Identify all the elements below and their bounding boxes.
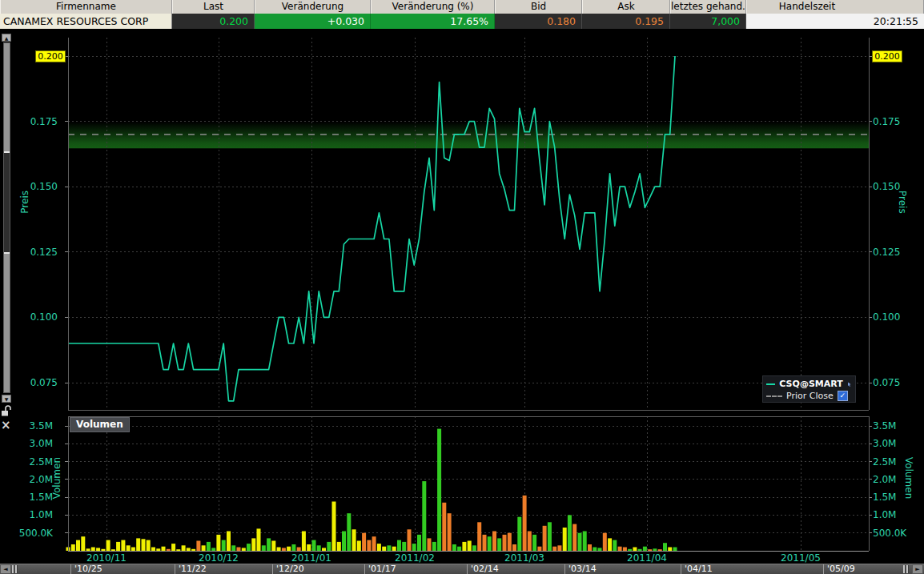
scrollbar-date-label: '04/11 xyxy=(681,564,713,574)
column-header-veraenderung-pct[interactable]: Veränderung (%) xyxy=(371,0,495,14)
last-traded-size-cell: 7,000 xyxy=(670,14,746,29)
x-axis-month-label: 2010/11 xyxy=(86,552,127,564)
time-scrollbar[interactable]: ◄ ► '10/25'11/22'12/20'01/17'02/14'03/14… xyxy=(0,564,924,574)
price-tick-label: 0.125 xyxy=(873,247,914,258)
zoom-slider-up-button[interactable]: ▲ xyxy=(2,34,11,42)
column-header-firmenname[interactable]: Firmenname xyxy=(0,0,172,14)
close-chart-icon[interactable]: × xyxy=(1,419,14,432)
volume-tick-label: 1.0M xyxy=(13,509,53,520)
x-axis-month-label: 2011/03 xyxy=(504,552,544,564)
scrollbar-grip[interactable] xyxy=(12,565,14,573)
scroll-left-button[interactable]: ◄ xyxy=(0,564,11,574)
scrollbar-date-label: '03/14 xyxy=(564,564,597,574)
prior-close-checkbox[interactable]: ✓ xyxy=(838,391,848,401)
volume-tick-label: 500.0K xyxy=(13,528,53,539)
price-tick-label: 0.075 xyxy=(873,377,914,388)
column-header-bid[interactable]: Bid xyxy=(495,0,582,14)
price-tick-label: 0.075 xyxy=(22,377,58,388)
scrollbar-grip[interactable] xyxy=(903,565,906,573)
column-header-handelszeit[interactable]: Handelszeit xyxy=(746,0,924,14)
series-line-swatch xyxy=(766,383,775,385)
last-price-cell: 0.200 xyxy=(172,14,255,29)
scrollbar-grip[interactable] xyxy=(15,565,18,573)
volume-panel-title[interactable]: Volumen xyxy=(70,417,130,432)
legend-prior-close-label: Prior Close xyxy=(786,391,834,401)
trade-time-cell: 20:21:55 xyxy=(746,14,924,29)
scrollbar-date-label: '12/20 xyxy=(272,564,304,574)
quote-header-row: Firmenname Last Veränderung Veränderung … xyxy=(0,0,924,14)
scrollbar-date-label: '01/17 xyxy=(364,564,396,574)
price-tick-label: 0.175 xyxy=(873,116,914,127)
x-axis-month-label: 2011/02 xyxy=(395,552,435,564)
zoom-slider-down-button[interactable]: ▼ xyxy=(2,395,11,403)
volume-tick-label: 1.0M xyxy=(873,509,914,520)
legend-prior-close-row[interactable]: Prior Close ✓ xyxy=(766,390,852,402)
last-price-tag-left: 0.200 xyxy=(35,50,66,62)
legend-series-row[interactable]: CSQ@SMART xyxy=(766,378,852,390)
column-header-ask[interactable]: Ask xyxy=(582,0,670,14)
trading-app-window: Firmenname Last Veränderung Veränderung … xyxy=(0,0,924,574)
left-arrow-icon: ◄ xyxy=(3,566,7,572)
price-tick-label: 0.100 xyxy=(22,311,58,323)
zoom-slider-track[interactable] xyxy=(3,42,10,393)
price-tick-label: 0.150 xyxy=(22,181,58,192)
down-arrow-icon: ▼ xyxy=(5,396,9,402)
price-axis-title-left: Preis xyxy=(19,191,30,214)
scrollbar-date-label: '11/22 xyxy=(175,564,207,574)
chart-legend[interactable]: CSQ@SMART Prior Close ✓ xyxy=(762,375,856,403)
chart-zoom-strip: ▲ ▼ × xyxy=(1,34,13,434)
quote-value-row[interactable]: CANAMEX RESOURCES CORP 0.200 +0.030 17.6… xyxy=(0,14,924,29)
chart-canvas[interactable] xyxy=(0,29,924,574)
volume-tick-label: 2.5M xyxy=(13,456,53,468)
volume-tick-label: 500.0K xyxy=(873,528,914,539)
volume-tick-label: 2.5M xyxy=(873,456,914,468)
price-tick-label: 0.175 xyxy=(22,116,58,127)
x-axis-month-label: 2011/01 xyxy=(291,552,331,564)
x-axis-month-label: 2011/05 xyxy=(781,552,821,564)
volume-tick-label: 3.0M xyxy=(873,438,914,449)
hand-cursor-icon xyxy=(847,379,852,389)
column-header-last[interactable]: Last xyxy=(172,0,255,14)
last-price-tag-right: 0.200 xyxy=(872,50,902,62)
scroll-right-button[interactable]: ► xyxy=(912,564,923,574)
ask-cell[interactable]: 0.195 xyxy=(582,14,670,29)
scrollbar-date-label: '05/09 xyxy=(823,564,855,574)
volume-tick-label: 3.5M xyxy=(13,420,53,432)
column-header-letztes-gehandelt[interactable]: letztes gehand... xyxy=(670,0,746,14)
unlock-icon[interactable] xyxy=(1,405,14,418)
x-axis-month-label: 2010/12 xyxy=(199,552,239,564)
right-arrow-icon: ► xyxy=(915,566,919,572)
volume-axis-title-left: Volumen xyxy=(51,457,62,499)
volume-tick-label: 2.0M xyxy=(13,474,53,485)
zoom-slider-thumb[interactable] xyxy=(4,151,10,254)
company-name-cell[interactable]: CANAMEX RESOURCES CORP xyxy=(0,14,172,29)
volume-tick-label: 1.5M xyxy=(873,492,914,503)
change-percent-cell: 17.65% xyxy=(371,14,495,29)
quote-monitor: Firmenname Last Veränderung Veränderung … xyxy=(0,0,924,29)
column-header-veraenderung[interactable]: Veränderung xyxy=(255,0,371,14)
legend-series-label: CSQ@SMART xyxy=(779,379,842,389)
scrollbar-date-label: '10/25 xyxy=(70,564,102,574)
chart-panel: 0.200 0.200 Preis Preis Volumen Volumen … xyxy=(0,29,924,574)
volume-tick-label: 3.0M xyxy=(13,438,53,449)
volume-tick-label: 3.5M xyxy=(873,420,914,432)
volume-tick-label: 2.0M xyxy=(873,474,914,485)
volume-tick-label: 1.5M xyxy=(13,492,53,503)
price-tick-label: 0.150 xyxy=(873,181,914,192)
change-cell: +0.030 xyxy=(255,14,371,29)
price-axis-title-right: Preis xyxy=(897,191,908,214)
bid-cell[interactable]: 0.180 xyxy=(495,14,582,29)
price-tick-label: 0.125 xyxy=(22,247,58,258)
scrollbar-grip[interactable] xyxy=(906,565,909,573)
up-arrow-icon: ▲ xyxy=(5,35,9,41)
scrollbar-date-label: '02/14 xyxy=(467,564,499,574)
prior-close-swatch xyxy=(766,395,782,397)
x-axis-month-label: 2011/04 xyxy=(627,552,667,564)
price-tick-label: 0.100 xyxy=(873,311,914,323)
